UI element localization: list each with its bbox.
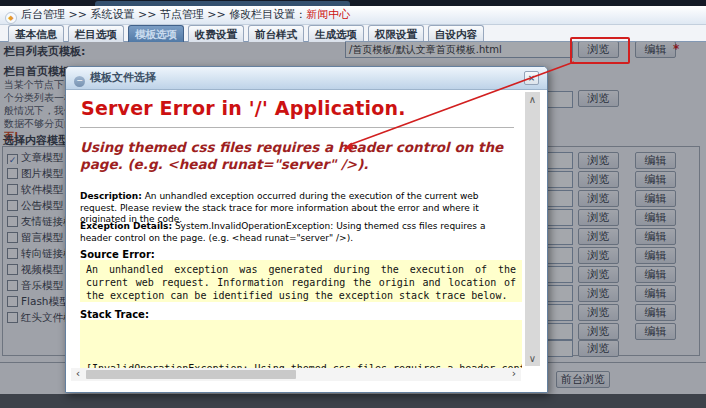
tab-permission-settings[interactable]: 权限设置 bbox=[368, 25, 424, 42]
scroll-up-icon[interactable]: ∧ bbox=[525, 94, 540, 105]
error-rule bbox=[80, 127, 514, 128]
vertical-scrollbar[interactable]: ∧ ∨ bbox=[525, 92, 540, 366]
stack-trace-box: [InvalidOperationException: Using themed… bbox=[80, 320, 522, 368]
error-heading: Server Error in '/' Application. bbox=[81, 97, 521, 119]
tab-custom-content[interactable]: 自设内容 bbox=[428, 25, 484, 42]
scroll-down-icon[interactable]: ∨ bbox=[525, 353, 540, 364]
error-subheading: Using themed css files requires a header… bbox=[80, 139, 522, 173]
tab-fee-settings[interactable]: 收费设置 bbox=[188, 25, 244, 42]
breadcrumb-path: 后台管理 >> 系统设置 >> 节点管理 >> 修改栏目设置： bbox=[21, 8, 306, 21]
horizontal-scrollbar[interactable]: ‹ › bbox=[71, 368, 521, 381]
error-exception-details: Exception Details: System.InvalidOperati… bbox=[80, 221, 518, 244]
admin-page: ◆后台管理 >> 系统设置 >> 节点管理 >> 修改栏目设置：新闻中心 基本信… bbox=[0, 0, 706, 408]
stack-trace-label: Stack Trace: bbox=[80, 309, 149, 320]
tab-column-options[interactable]: 栏目选项 bbox=[68, 25, 124, 42]
scrollbar-thumb[interactable] bbox=[86, 370, 296, 379]
close-icon[interactable]: × bbox=[524, 71, 539, 85]
source-error-label: Source Error: bbox=[80, 249, 155, 260]
highlight-box bbox=[570, 37, 630, 64]
breadcrumb-current: 新闻中心 bbox=[306, 8, 350, 21]
tab-generate-options[interactable]: 生成选项 bbox=[308, 25, 364, 42]
source-error-box: An unhandled exception was generated dur… bbox=[80, 260, 522, 302]
modal-template-file-picker: −模板文件选择 × Server Error in '/' Applicatio… bbox=[65, 66, 548, 393]
tab-basic-info[interactable]: 基本信息 bbox=[8, 25, 64, 42]
dialog-minus-icon: − bbox=[74, 76, 85, 87]
tab-template-options[interactable]: 模板选项 bbox=[128, 25, 184, 42]
scroll-right-icon[interactable]: › bbox=[508, 368, 520, 381]
scroll-left-icon[interactable]: ‹ bbox=[72, 368, 84, 381]
modal-title: 模板文件选择 bbox=[90, 71, 156, 84]
error-page: Server Error in '/' Application. Using t… bbox=[67, 90, 546, 392]
tab-front-style[interactable]: 前台样式 bbox=[248, 25, 304, 42]
modal-title-bar[interactable]: −模板文件选择 × bbox=[66, 67, 547, 90]
breadcrumb-diamond-icon: ◆ bbox=[5, 12, 17, 24]
breadcrumb: ◆后台管理 >> 系统设置 >> 节点管理 >> 修改栏目设置：新闻中心 bbox=[0, 6, 706, 25]
